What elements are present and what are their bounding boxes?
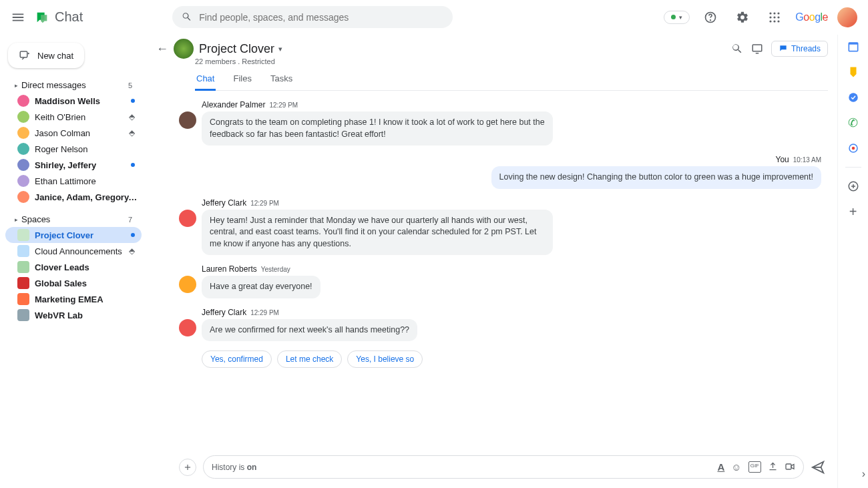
new-chat-icon xyxy=(19,49,31,61)
dm-name: Keith O'Brien xyxy=(35,112,85,122)
dm-item[interactable]: Ethan Lattimore xyxy=(5,173,142,189)
dm-item[interactable]: Jason Colman⬘ xyxy=(5,125,142,141)
svg-point-1 xyxy=(710,19,711,20)
tasks-icon[interactable] xyxy=(847,91,860,104)
message-timestamp: 12:29 PM xyxy=(269,101,298,109)
format-icon[interactable]: A xyxy=(717,461,724,473)
message-list: Alexander Palmer12:29 PMCongrats to the … xyxy=(147,91,837,450)
message-bubble: Are we confirmed for next week's all han… xyxy=(202,319,417,342)
calendar-icon[interactable] xyxy=(847,40,860,53)
message: You10:13 AMLoving the new design! Changi… xyxy=(474,155,821,189)
status-pill[interactable]: ▾ xyxy=(664,11,690,24)
space-title: Project Clover xyxy=(199,42,274,56)
gif-icon[interactable]: GIF xyxy=(748,461,761,473)
app-name: Chat xyxy=(55,9,83,25)
maps-icon[interactable] xyxy=(847,142,860,155)
svg-point-3 xyxy=(774,12,776,14)
dm-list: Maddison WellsKeith O'Brien⬘Jason Colman… xyxy=(5,93,142,205)
dm-item[interactable]: Roger Nelson xyxy=(5,141,142,157)
unread-dot-icon xyxy=(131,163,135,167)
account-avatar[interactable] xyxy=(837,7,857,27)
space-avatar xyxy=(174,39,194,59)
plus-icon xyxy=(183,463,192,472)
dm-item[interactable]: Keith O'Brien⬘ xyxy=(5,109,142,125)
new-chat-label: New chat xyxy=(37,51,73,61)
smart-reply-button[interactable]: Yes, I believe so xyxy=(347,350,423,368)
compose-input[interactable]: History is on A ☺ GIF xyxy=(203,455,804,479)
dm-name: Shirley, Jeffery xyxy=(35,160,96,170)
message-bubble: Hey team! Just a reminder that Monday we… xyxy=(202,210,553,256)
spaces-count-badge: 7 xyxy=(128,216,136,224)
chevron-right-icon: ▸ xyxy=(15,82,18,89)
svg-point-16 xyxy=(849,93,858,102)
tab-tasks[interactable]: Tasks xyxy=(269,69,294,91)
svg-point-18 xyxy=(851,147,855,150)
space-name: Clover Leads xyxy=(35,262,89,272)
new-chat-button[interactable]: New chat xyxy=(8,43,84,68)
settings-icon[interactable] xyxy=(731,6,754,29)
present-icon[interactable] xyxy=(751,43,763,55)
chevron-down-icon[interactable]: ▾ xyxy=(278,45,282,53)
space-item[interactable]: Clover Leads xyxy=(5,259,142,275)
emoji-icon[interactable]: ☺ xyxy=(731,461,741,473)
space-list: Project CloverCloud Announcements⬘Clover… xyxy=(5,227,142,323)
message-timestamp: 12:29 PM xyxy=(250,200,279,207)
svg-point-10 xyxy=(778,20,780,22)
space-tabs: ChatFilesTasks xyxy=(195,69,828,91)
avatar xyxy=(17,159,29,171)
space-item[interactable]: Marketing EMEA xyxy=(5,291,142,307)
unread-dot-icon xyxy=(131,99,135,103)
space-item[interactable]: Global Sales xyxy=(5,275,142,291)
avatar xyxy=(17,111,29,123)
tab-files[interactable]: Files xyxy=(232,69,252,91)
back-arrow-icon[interactable]: ← xyxy=(156,42,168,56)
main: ← Project Clover ▾ xyxy=(147,35,868,488)
svg-point-4 xyxy=(778,12,780,14)
contacts-icon[interactable]: ✆ xyxy=(847,116,860,130)
add-attachment-button[interactable] xyxy=(179,459,196,476)
tab-chat[interactable]: Chat xyxy=(195,69,216,91)
message-sender: Alexander Palmer xyxy=(202,100,265,109)
svg-rect-15 xyxy=(849,45,857,51)
conversation: ← Project Clover ▾ xyxy=(147,35,837,488)
space-item[interactable]: Project Clover xyxy=(5,227,142,243)
dm-item[interactable]: Shirley, Jeffery xyxy=(5,157,142,173)
space-name: Project Clover xyxy=(35,230,93,240)
message-timestamp: 10:13 AM xyxy=(793,156,821,164)
smart-reply-button[interactable]: Let me check xyxy=(277,350,342,368)
apps-grid-icon[interactable] xyxy=(763,6,786,29)
message-bubble: Congrats to the team on completing phase… xyxy=(202,111,553,146)
dm-name: Roger Nelson xyxy=(35,144,88,154)
space-item[interactable]: Cloud Announcements⬘ xyxy=(5,243,142,259)
threads-button[interactable]: Threads xyxy=(771,41,828,57)
dm-section-header[interactable]: ▸ Direct messages 5 xyxy=(5,77,142,93)
send-button[interactable] xyxy=(811,460,825,475)
message: Jeffery Clark12:29 PMAre we confirmed fo… xyxy=(179,308,553,342)
message-sender: Jeffery Clark xyxy=(202,198,246,208)
spaces-section-header[interactable]: ▸ Spaces 7 xyxy=(5,212,142,227)
dm-name: Janice, Adam, Gregory, Joseph xyxy=(35,192,138,202)
keep-icon[interactable] xyxy=(847,65,860,79)
space-item[interactable]: WebVR Lab xyxy=(5,307,142,323)
add-icon[interactable]: + xyxy=(847,205,860,218)
smart-reply-button[interactable]: Yes, confirmed xyxy=(202,350,272,368)
search-icon xyxy=(182,11,192,23)
avatar xyxy=(17,143,29,155)
unread-dot-icon xyxy=(131,233,135,237)
main-menu-icon[interactable] xyxy=(11,10,25,25)
message-bubble: Have a great day everyone! xyxy=(202,276,320,298)
help-icon[interactable] xyxy=(699,6,722,29)
svg-rect-13 xyxy=(786,464,791,469)
search-in-space-icon[interactable] xyxy=(731,43,743,55)
app-root: Chat ▾ Google xyxy=(0,0,868,488)
dm-item[interactable]: Janice, Adam, Gregory, Joseph xyxy=(5,189,142,205)
search-bar[interactable] xyxy=(172,6,453,28)
get-addons-icon[interactable] xyxy=(847,180,860,193)
spaces-section-label: Spaces xyxy=(21,214,50,224)
upload-icon[interactable] xyxy=(768,461,778,473)
dm-name: Maddison Wells xyxy=(35,96,100,106)
collapse-rail-icon[interactable]: › xyxy=(862,468,865,480)
video-icon[interactable] xyxy=(785,461,795,473)
dm-item[interactable]: Maddison Wells xyxy=(5,93,142,109)
search-input[interactable] xyxy=(199,12,443,23)
